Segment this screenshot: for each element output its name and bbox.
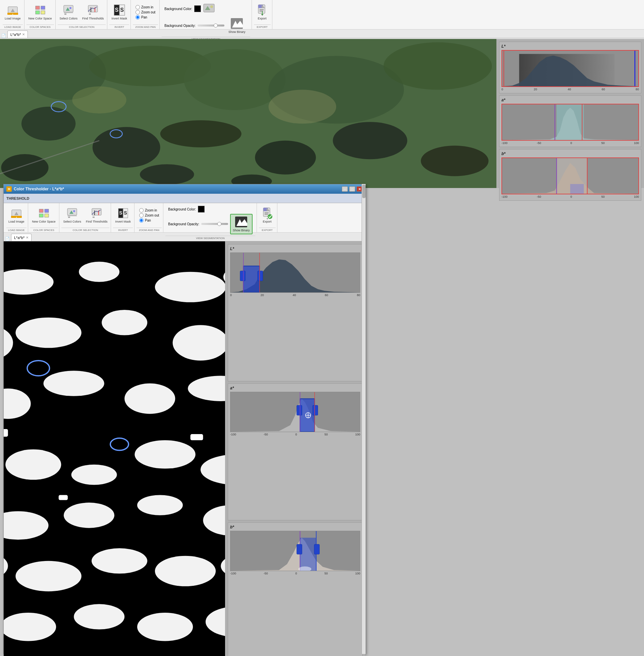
bottom-pan-input[interactable] (139, 218, 143, 223)
bottom-find-thresholds-button[interactable]: Find Thresholds (84, 206, 109, 225)
bottom-invert-mask-button[interactable]: S S Invert Mask (113, 206, 133, 225)
bottom-zoom-in-label: Zoom in (145, 209, 157, 212)
pan-radio[interactable]: Pan (136, 15, 155, 20)
bottom-tab-lab[interactable]: L*a*b* ✕ (11, 234, 31, 241)
svg-point-137 (155, 556, 216, 587)
svg-point-42 (21, 107, 75, 141)
svg-text:S: S (115, 7, 119, 13)
bottom-invert-section-label: INVERT (113, 227, 133, 232)
bottom-b-histogram: b* (228, 522, 363, 656)
bottom-opacity-slider[interactable] (201, 223, 228, 225)
top-satellite-image (0, 39, 497, 188)
load-image-button[interactable]: ▼ Load Image (3, 3, 23, 22)
bottom-scrollbar-track[interactable] (362, 184, 366, 654)
top-l-label: L* (502, 44, 639, 49)
bottom-tab-label: L*a*b* (14, 236, 24, 240)
svg-point-24 (210, 5, 213, 8)
export-button[interactable]: ▼ Export (254, 3, 271, 22)
bottom-color-selection-section-label: COLOR SELECTION (61, 227, 110, 232)
bg-color-swatch[interactable] (194, 5, 201, 12)
zoom-pan-controls: Zoom in Zoom out Pan (133, 4, 158, 21)
export-section: ▼ Export EXPORT (253, 0, 272, 29)
bottom-histograms-panel: L* (225, 241, 365, 656)
select-colors-button[interactable]: Select Colors (58, 3, 80, 22)
top-tab-close[interactable]: ✕ (22, 32, 25, 36)
bottom-bg-color-swatch[interactable] (198, 206, 205, 213)
svg-rect-14 (88, 5, 98, 12)
top-a-chart[interactable] (502, 104, 639, 141)
zoom-out-input[interactable] (136, 10, 140, 15)
bottom-show-binary-button[interactable]: Show Binary (230, 214, 253, 234)
invert-section-label: INVERT (109, 24, 129, 29)
top-tabbar: 📄 L*a*b* ✕ (0, 29, 644, 38)
color-spaces-section-label: COLOR SPACES (26, 24, 54, 29)
bottom-pan-radio[interactable]: Pan (139, 218, 159, 223)
invert-mask-button[interactable]: S S Invert Mask (109, 3, 129, 22)
svg-rect-69 (570, 184, 584, 194)
new-color-space-icon (34, 4, 46, 16)
bg-controls: Background Color: Background Opacity: (162, 1, 250, 37)
bottom-title: Color Thresholder - L*a*b* (14, 187, 342, 191)
bottom-load-image-icon: ▼ (10, 207, 22, 219)
bottom-bg-color-label: Background Color: (168, 207, 196, 211)
svg-text:S: S (124, 210, 127, 216)
bottom-a-chart[interactable] (230, 392, 360, 432)
bottom-zoom-out-radio[interactable]: Zoom out (139, 213, 159, 218)
color-selection-section: Select Colors Find Thresholds (56, 0, 108, 29)
zoom-out-radio[interactable]: Zoom out (136, 10, 155, 15)
opacity-slider[interactable] (198, 24, 224, 26)
bottom-color-selection-section: Select Colors Find Thresholds (60, 203, 111, 232)
top-tab-lab[interactable]: L*a*b* ✕ (7, 30, 28, 38)
svg-point-83 (73, 210, 75, 212)
threshold-tab[interactable]: THRESHOLD (6, 196, 29, 200)
select-colors-icon (62, 4, 74, 16)
svg-rect-101 (264, 214, 268, 215)
bottom-zoom-in-radio[interactable]: Zoom in (139, 208, 159, 213)
bottom-view-seg-section-label: VIEW SEGMENTATION (165, 236, 255, 240)
export-icon: ▼ (256, 4, 268, 16)
zoom-in-radio[interactable]: Zoom in (136, 5, 155, 9)
svg-rect-173 (297, 545, 302, 554)
bottom-opacity-thumb[interactable] (217, 222, 221, 226)
bottom-l-label: L* (230, 246, 360, 251)
bottom-zoom-in-input[interactable] (139, 208, 143, 213)
pan-label: Pan (141, 16, 147, 19)
opacity-thumb[interactable] (214, 23, 218, 27)
bottom-select-colors-button[interactable]: Select Colors (61, 206, 84, 225)
bottom-binary-image[interactable] (4, 241, 225, 656)
minimize-button[interactable]: ─ (342, 186, 348, 192)
show-binary-button[interactable]: Show Binary (226, 16, 248, 35)
bottom-pan-label: Pan (145, 219, 151, 222)
bottom-l-chart[interactable] (230, 253, 360, 293)
bottom-b-label: b* (230, 525, 360, 529)
bottom-new-color-space-button[interactable]: New Color Space (30, 206, 58, 225)
bottom-invert-mask-icon: S S (117, 207, 129, 219)
bottom-zoom-pan-section-label: ZOOM AND PAN (137, 227, 162, 232)
top-l-axis: 020406080 (502, 88, 639, 91)
svg-point-46 (333, 122, 407, 159)
bottom-scrollbar-thumb[interactable] (362, 184, 366, 198)
invert-mask-icon: S S (113, 4, 125, 16)
top-b-chart[interactable] (502, 157, 639, 194)
top-a-histogram: a* -100-50050100 (499, 95, 641, 147)
matlab-icon: M (6, 186, 12, 192)
bottom-tab-close[interactable]: ✕ (26, 236, 28, 239)
svg-rect-162 (313, 405, 318, 415)
top-b-label: b* (502, 151, 639, 156)
load-image-icon: ▼ (7, 4, 19, 16)
bottom-b-chart[interactable] (230, 531, 360, 571)
find-thresholds-button[interactable]: Find Thresholds (80, 3, 106, 22)
bottom-zoom-out-input[interactable] (139, 213, 143, 218)
bottom-zoom-pan-section: Zoom in Zoom out Pan ZOOM AND PAN (135, 203, 163, 232)
svg-point-39 (184, 49, 285, 110)
svg-point-130 (64, 503, 114, 528)
bottom-export-button[interactable]: ▼ Export (259, 206, 276, 225)
new-color-space-button[interactable]: New Color Space (26, 3, 54, 22)
bottom-load-image-button[interactable]: ▼ Load Image (6, 206, 26, 225)
maximize-button[interactable]: □ (349, 186, 355, 192)
bg-color-label: Background Color: (164, 7, 192, 11)
pan-input[interactable] (136, 15, 140, 20)
bottom-color-spaces-section: New Color Space COLOR SPACES (29, 203, 60, 232)
zoom-in-input[interactable] (136, 5, 140, 9)
top-l-chart[interactable] (502, 50, 639, 87)
